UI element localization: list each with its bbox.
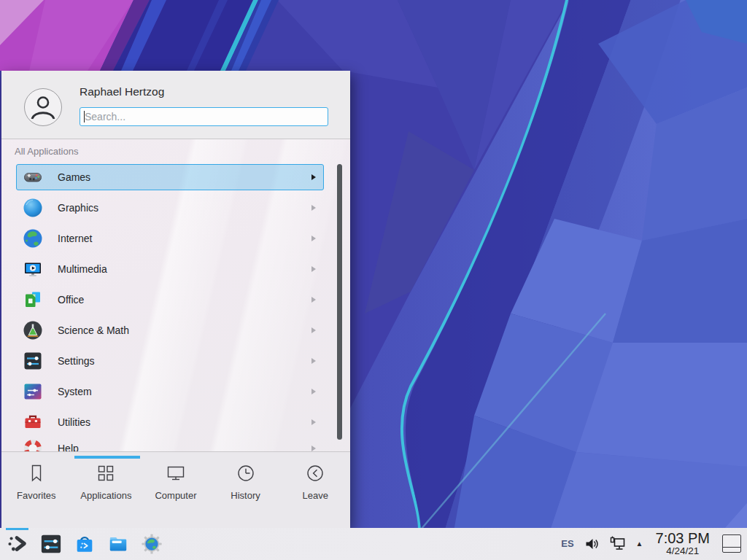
category-row-office[interactable]: Office bbox=[16, 287, 324, 313]
office-folder-icon bbox=[23, 289, 43, 310]
keyboard-layout-indicator[interactable]: ES bbox=[561, 538, 573, 549]
submenu-arrow-icon bbox=[311, 266, 316, 272]
category-label: Multimedia bbox=[58, 263, 107, 275]
web-browser-icon bbox=[141, 533, 163, 555]
kickoff-launcher-button[interactable] bbox=[6, 533, 28, 556]
tab-label: History bbox=[231, 490, 260, 501]
category-row-graphics[interactable]: Graphics bbox=[16, 195, 324, 221]
clock-date: 4/24/21 bbox=[656, 546, 710, 556]
science-folder-icon bbox=[23, 320, 43, 341]
favorites-icon bbox=[26, 462, 47, 484]
submenu-arrow-icon bbox=[311, 236, 316, 241]
category-label: Internet bbox=[58, 233, 92, 244]
launcher-footer: Favorites Applications Computer bbox=[1, 451, 350, 528]
user-name: Raphael Hertzog bbox=[80, 85, 164, 98]
discover-button[interactable] bbox=[73, 533, 96, 556]
category-row-internet[interactable]: Internet bbox=[16, 225, 324, 252]
network-icon[interactable] bbox=[609, 535, 627, 553]
submenu-arrow-icon bbox=[311, 174, 316, 180]
category-row-utilities[interactable]: Utilities bbox=[16, 409, 324, 435]
system-folder-icon bbox=[23, 381, 43, 402]
category-label: Office bbox=[58, 294, 84, 306]
graphics-folder-icon bbox=[23, 198, 43, 218]
file-manager-icon bbox=[107, 533, 129, 555]
tab-history[interactable]: History bbox=[211, 462, 281, 501]
submenu-arrow-icon bbox=[311, 446, 316, 451]
user-avatar[interactable] bbox=[24, 88, 62, 126]
digital-clock[interactable]: 7:03 PM 4/24/21 bbox=[656, 531, 710, 556]
tab-computer[interactable]: Computer bbox=[141, 462, 211, 501]
category-row-multimedia[interactable]: Multimedia bbox=[16, 256, 324, 282]
volume-icon[interactable] bbox=[584, 536, 600, 552]
history-icon bbox=[235, 462, 257, 484]
category-label: Graphics bbox=[58, 202, 98, 214]
tab-leave[interactable]: Leave bbox=[280, 462, 350, 501]
show-desktop-button[interactable] bbox=[722, 534, 741, 553]
tab-label: Computer bbox=[155, 490, 196, 501]
category-label: Science & Math bbox=[58, 324, 129, 336]
discover-icon bbox=[74, 533, 96, 555]
category-label: Games bbox=[58, 171, 90, 183]
system-settings-button[interactable] bbox=[39, 533, 62, 556]
category-row-science-math[interactable]: Science & Math bbox=[16, 317, 324, 343]
launcher-header: Raphael Hertzog bbox=[1, 71, 350, 139]
category-label: Utilities bbox=[58, 416, 90, 428]
submenu-arrow-icon bbox=[311, 327, 316, 333]
file-manager-button[interactable] bbox=[107, 533, 129, 556]
settings-folder-icon bbox=[23, 351, 43, 371]
tab-label: Favorites bbox=[17, 490, 55, 501]
category-row-system[interactable]: System bbox=[16, 378, 324, 405]
category-row-settings[interactable]: Settings bbox=[16, 348, 324, 374]
tab-applications[interactable]: Applications bbox=[71, 462, 142, 501]
user-icon bbox=[25, 89, 61, 125]
submenu-arrow-icon bbox=[311, 205, 316, 211]
system-settings-icon bbox=[40, 533, 62, 555]
list-scrollbar[interactable] bbox=[337, 164, 342, 440]
games-folder-icon bbox=[23, 167, 43, 187]
taskbar-panel: ES ▲ 7:03 PM 4/24/21 bbox=[0, 528, 747, 560]
clock-time: 7:03 PM bbox=[656, 531, 710, 546]
multimedia-folder-icon bbox=[23, 259, 43, 279]
applications-icon bbox=[95, 462, 117, 484]
category-row-games[interactable]: Games bbox=[16, 164, 324, 190]
active-tab-indicator bbox=[74, 456, 140, 459]
tab-label: Applications bbox=[80, 490, 131, 501]
application-launcher-popup: Raphael Hertzog All Applications Games bbox=[1, 71, 350, 528]
submenu-arrow-icon bbox=[311, 419, 316, 425]
text-cursor bbox=[84, 111, 85, 122]
leave-icon bbox=[304, 462, 326, 484]
web-browser-button[interactable] bbox=[140, 533, 163, 556]
category-label: System bbox=[58, 386, 92, 397]
tab-label: Leave bbox=[302, 490, 328, 501]
tab-favorites[interactable]: Favorites bbox=[1, 462, 71, 501]
expand-tray-icon[interactable]: ▲ bbox=[636, 540, 643, 548]
computer-icon bbox=[165, 462, 187, 484]
kickoff-launcher-icon bbox=[7, 533, 28, 555]
submenu-arrow-icon bbox=[311, 358, 316, 364]
category-label: Settings bbox=[58, 355, 95, 367]
utilities-folder-icon bbox=[23, 412, 43, 432]
section-label: All Applications bbox=[15, 146, 78, 157]
submenu-arrow-icon bbox=[311, 297, 316, 303]
search-input[interactable] bbox=[80, 107, 328, 126]
internet-folder-icon bbox=[23, 228, 43, 249]
submenu-arrow-icon bbox=[311, 389, 316, 394]
